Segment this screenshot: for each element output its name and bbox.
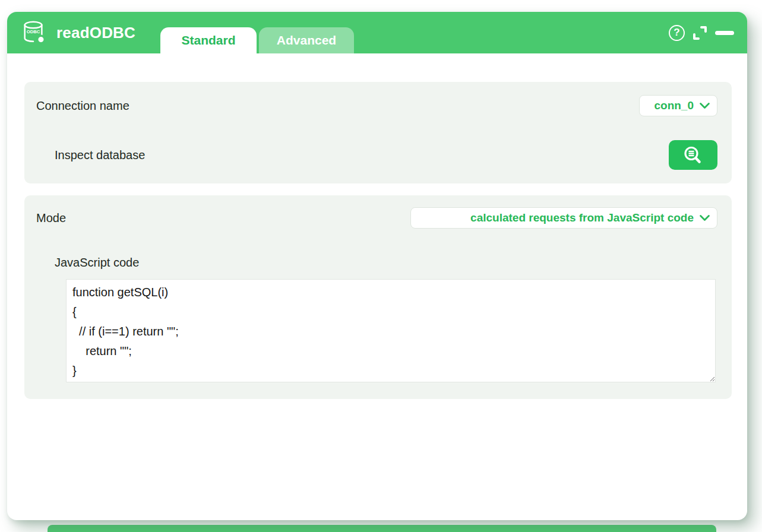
mode-row: Mode calculated requests from JavaScript…: [36, 207, 717, 229]
inspect-database-button[interactable]: [669, 140, 717, 170]
javascript-code-input[interactable]: function getSQL(i) { // if (i==1) return…: [66, 279, 716, 382]
window-controls: ?: [669, 12, 734, 53]
chevron-down-icon: [700, 215, 710, 221]
javascript-code-label: JavaScript code: [55, 256, 717, 270]
app-identity: ODBC readODBC: [20, 12, 135, 53]
search-list-icon: [682, 145, 704, 165]
connection-name-label: Connection name: [36, 99, 129, 113]
connection-section: Connection name conn_0 Inspect database: [24, 82, 732, 183]
standard-tab-content: Connection name conn_0 Inspect database: [7, 53, 747, 399]
connection-dropdown-value: conn_0: [654, 99, 694, 112]
help-icon[interactable]: ?: [669, 25, 685, 41]
mode-dropdown-value: calculated requests from JavaScript code: [470, 211, 694, 224]
connection-name-row: Connection name conn_0: [36, 95, 717, 116]
connection-dropdown[interactable]: conn_0: [639, 95, 717, 116]
inspect-database-label: Inspect database: [55, 148, 145, 162]
mode-section: Mode calculated requests from JavaScript…: [24, 195, 732, 399]
mode-label: Mode: [36, 211, 66, 225]
expand-icon[interactable]: [692, 25, 708, 41]
readodbc-window: ODBC readODBC Standard Advanced ?: [7, 12, 747, 520]
tab-advanced[interactable]: Advanced: [259, 27, 354, 53]
chevron-down-icon: [700, 103, 710, 109]
inspect-database-row: Inspect database: [36, 140, 717, 170]
mode-dropdown[interactable]: calculated requests from JavaScript code: [410, 207, 717, 229]
tab-standard[interactable]: Standard: [160, 27, 257, 53]
page-background: ODBC readODBC Standard Advanced ?: [0, 0, 762, 532]
odbc-database-icon: ODBC: [20, 20, 48, 46]
svg-text:ODBC: ODBC: [27, 29, 40, 34]
window-title: readODBC: [56, 24, 135, 42]
background-window-edge: [48, 525, 716, 532]
tab-bar: Standard Advanced: [160, 27, 354, 53]
window-header: ODBC readODBC Standard Advanced ?: [7, 12, 747, 53]
minimize-icon[interactable]: [715, 31, 734, 35]
